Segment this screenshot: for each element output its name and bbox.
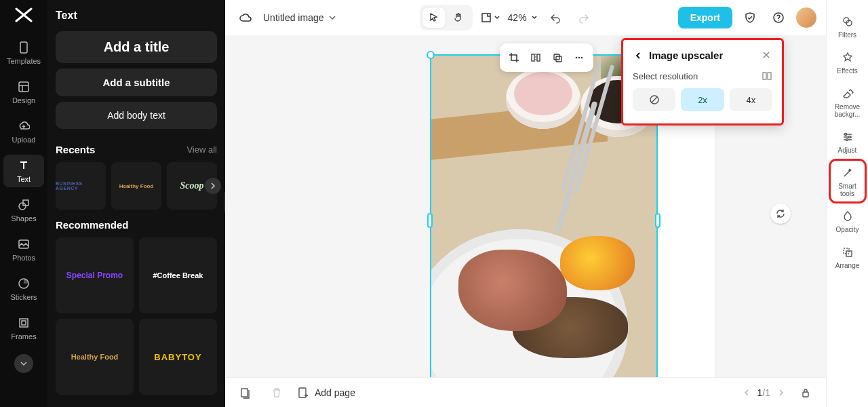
lock-button[interactable] bbox=[795, 382, 816, 404]
shield-icon bbox=[744, 12, 756, 24]
chevron-right-icon bbox=[210, 182, 216, 189]
redo-icon bbox=[578, 12, 590, 24]
refresh-icon bbox=[775, 208, 786, 219]
hand-tool-button[interactable] bbox=[447, 7, 470, 28]
rail-item-frames[interactable]: Frames bbox=[3, 312, 44, 345]
svg-rect-19 bbox=[768, 73, 771, 79]
export-button[interactable]: Export bbox=[678, 7, 732, 28]
add-body-text-button[interactable]: Add body text bbox=[56, 102, 217, 129]
cursor-icon bbox=[429, 12, 439, 23]
text-preset-thumb[interactable]: BUSINESS AGENCY bbox=[56, 162, 106, 210]
redo-button[interactable] bbox=[573, 7, 595, 28]
resize-icon bbox=[480, 12, 492, 24]
rail-item-templates[interactable]: Templates bbox=[3, 37, 44, 69]
pages-overview-button[interactable] bbox=[235, 382, 256, 404]
next-page-button[interactable] bbox=[777, 389, 785, 397]
resize-canvas-button[interactable] bbox=[479, 7, 501, 28]
add-subtitle-button[interactable]: Add a subtitle bbox=[56, 69, 217, 96]
text-preset-thumb[interactable]: #Coffee Break bbox=[139, 237, 217, 313]
flip-button[interactable] bbox=[526, 47, 546, 68]
document-title[interactable]: Untitled image bbox=[263, 12, 336, 23]
text-preset-thumb[interactable]: Healthy Food bbox=[56, 319, 134, 395]
chevron-down-icon bbox=[20, 360, 28, 368]
undo-button[interactable] bbox=[545, 7, 566, 28]
resolution-none-button[interactable] bbox=[633, 88, 675, 111]
rail-label: Upload bbox=[12, 136, 36, 144]
text-preset-thumb[interactable]: BABYTOY bbox=[139, 319, 217, 395]
more-options-button[interactable] bbox=[569, 47, 589, 68]
rail-label: Text bbox=[17, 175, 31, 183]
close-popover-button[interactable] bbox=[762, 48, 775, 62]
rrail-opacity[interactable]: Opacity bbox=[831, 204, 865, 237]
app-logo-icon[interactable] bbox=[13, 5, 35, 24]
filters-icon bbox=[841, 15, 854, 28]
resize-handle-left[interactable] bbox=[427, 213, 433, 228]
rail-item-design[interactable]: Design bbox=[3, 76, 44, 109]
magic-wand-icon bbox=[841, 166, 854, 180]
panel-title: Text bbox=[56, 9, 217, 22]
rrail-smart-tools[interactable]: Smart tools bbox=[831, 161, 865, 201]
resolution-options: 2x 4x bbox=[633, 88, 772, 111]
rail-item-shapes[interactable]: Shapes bbox=[3, 194, 44, 227]
crop-button[interactable] bbox=[504, 47, 524, 68]
opacity-icon bbox=[841, 210, 854, 223]
effects-icon bbox=[841, 51, 854, 64]
add-title-button[interactable]: Add a title bbox=[56, 31, 217, 63]
lock-icon bbox=[800, 387, 811, 398]
text-preset-thumb[interactable]: Special Promo bbox=[56, 237, 134, 313]
rail-more-button[interactable] bbox=[14, 354, 33, 373]
user-avatar[interactable] bbox=[796, 7, 816, 28]
resolution-2x-button[interactable]: 2x bbox=[681, 88, 724, 111]
compare-icon[interactable] bbox=[762, 71, 772, 81]
rail-item-stickers[interactable]: Stickers bbox=[3, 273, 44, 305]
rrail-remove-bg[interactable]: Remove backgr... bbox=[831, 81, 865, 122]
help-button[interactable] bbox=[768, 7, 789, 28]
rrail-filters[interactable]: Filters bbox=[831, 9, 865, 43]
back-button[interactable] bbox=[633, 50, 644, 61]
svg-rect-0 bbox=[20, 42, 27, 53]
regenerate-button[interactable] bbox=[770, 204, 791, 224]
next-presets-button[interactable] bbox=[205, 178, 221, 194]
resolution-4x-button[interactable]: 4x bbox=[730, 88, 772, 111]
rrail-arrange[interactable]: Arrange bbox=[831, 240, 865, 273]
delete-page-button[interactable] bbox=[266, 382, 288, 404]
chevron-down-icon bbox=[531, 14, 538, 21]
text-preset-thumb[interactable]: Healthy Food bbox=[111, 162, 161, 210]
svg-rect-12 bbox=[537, 54, 540, 61]
rail-item-upload[interactable]: Upload bbox=[3, 115, 44, 148]
rail-item-text[interactable]: Text bbox=[3, 155, 44, 187]
rail-label: Stickers bbox=[10, 293, 37, 301]
duplicate-button[interactable] bbox=[547, 47, 568, 68]
view-all-link[interactable]: View all bbox=[186, 144, 217, 155]
chevron-left-icon bbox=[634, 52, 642, 60]
select-tool-button[interactable] bbox=[422, 7, 446, 28]
templates-icon bbox=[17, 41, 31, 54]
image-upscaler-popover: Image upscaler Select resolution 2x 4x bbox=[621, 38, 784, 125]
shield-button[interactable] bbox=[739, 7, 761, 28]
add-page-button[interactable]: Add page bbox=[297, 387, 355, 399]
zoom-control[interactable]: 42% bbox=[508, 12, 538, 23]
canvas[interactable]: Page 1 bbox=[225, 35, 826, 407]
adjust-icon bbox=[841, 130, 854, 144]
prev-page-button[interactable] bbox=[743, 389, 751, 397]
rail-label: Templates bbox=[7, 57, 41, 65]
svg-point-28 bbox=[846, 139, 848, 141]
cloud-sync-button[interactable] bbox=[235, 7, 256, 28]
popover-title: Image upscaler bbox=[649, 50, 723, 61]
upload-icon bbox=[17, 119, 31, 133]
rrail-adjust[interactable]: Adjust bbox=[831, 125, 865, 158]
svg-rect-14 bbox=[556, 56, 561, 62]
resize-handle-tl[interactable] bbox=[427, 51, 435, 59]
eraser-icon bbox=[841, 87, 854, 100]
main-area: Untitled image 42% Export Page 1 bbox=[225, 0, 826, 407]
svg-rect-22 bbox=[299, 388, 306, 398]
svg-rect-23 bbox=[803, 392, 808, 397]
svg-point-15 bbox=[576, 57, 578, 59]
svg-rect-7 bbox=[22, 321, 26, 325]
svg-rect-21 bbox=[241, 389, 248, 397]
frames-icon bbox=[17, 316, 31, 330]
rrail-effects[interactable]: Effects bbox=[831, 45, 865, 79]
rail-item-photos[interactable]: Photos bbox=[3, 233, 44, 266]
trash-icon bbox=[271, 387, 283, 399]
resize-handle-right[interactable] bbox=[655, 213, 660, 228]
